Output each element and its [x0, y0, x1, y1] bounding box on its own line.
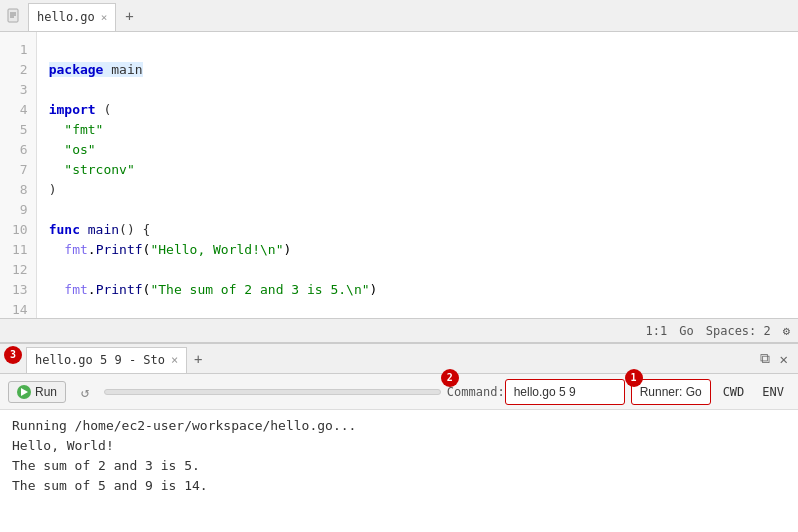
editor-tab-add[interactable]: + — [118, 5, 140, 27]
terminal-toolbar: Run ↺ 2 Command: 1 CWD ENV — [0, 374, 798, 410]
reload-button[interactable]: ↺ — [72, 379, 98, 405]
line-num-3: 3 — [12, 80, 28, 100]
terminal-tab-wrap: 3 hello.go 5 9 - Sto × — [4, 346, 187, 372]
line-num-8: 8 — [12, 180, 28, 200]
output-line-2: Hello, World! — [12, 436, 786, 456]
close-panel-icon[interactable]: ✕ — [778, 349, 790, 369]
run-button-label: Run — [35, 385, 57, 399]
editor-tab-close[interactable]: × — [101, 11, 108, 24]
command-wrap: 2 Command: — [447, 379, 625, 405]
runner-wrap: 1 — [631, 379, 711, 405]
line-num-11: 11 — [12, 240, 28, 260]
command-label: Command: — [447, 385, 505, 399]
line-num-5: 5 — [12, 120, 28, 140]
terminal-tab-badge: 3 — [4, 346, 22, 364]
terminal-tab-close[interactable]: × — [171, 353, 178, 367]
line-num-12: 12 — [12, 260, 28, 280]
command-badge: 2 — [441, 369, 459, 387]
settings-gear-icon[interactable]: ⚙ — [783, 324, 790, 338]
terminal-tab-label: hello.go 5 9 - Sto — [35, 353, 165, 367]
terminal-tab-bar: 3 hello.go 5 9 - Sto × + ⧉ ✕ — [0, 344, 798, 374]
code-content[interactable]: package main import ( "fmt" "os" "strcon… — [37, 32, 798, 318]
editor-tab[interactable]: hello.go × — [28, 3, 116, 31]
line-num-4: 4 — [12, 100, 28, 120]
terminal-output: Running /home/ec2-user/workspace/hello.g… — [0, 410, 798, 532]
line-num-6: 6 — [12, 140, 28, 160]
status-bar: 1:1 Go Spaces: 2 ⚙ — [0, 318, 798, 342]
line-num-7: 7 — [12, 160, 28, 180]
terminal-tab[interactable]: hello.go 5 9 - Sto × — [26, 347, 187, 373]
output-line-1: Running /home/ec2-user/workspace/hello.g… — [12, 416, 786, 436]
env-button[interactable]: ENV — [756, 382, 790, 402]
terminal-tab-add[interactable]: + — [187, 348, 209, 370]
editor-container: hello.go × + 1 2 3 4 5 6 7 8 9 10 11 12 … — [0, 0, 798, 342]
editor-tab-bar: hello.go × + — [0, 0, 798, 32]
runner-badge: 1 — [625, 369, 643, 387]
terminal-panel: 3 hello.go 5 9 - Sto × + ⧉ ✕ Run ↺ 2 Com… — [0, 342, 798, 532]
output-line-4: The sum of 5 and 9 is 14. — [12, 476, 786, 496]
cwd-button[interactable]: CWD — [717, 382, 751, 402]
run-play-icon — [17, 385, 31, 399]
terminal-tab-actions: ⧉ ✕ — [758, 348, 794, 369]
cursor-position: 1:1 — [646, 324, 668, 338]
command-input[interactable] — [505, 379, 625, 405]
line-numbers: 1 2 3 4 5 6 7 8 9 10 11 12 13 14 15 16 1… — [0, 32, 37, 318]
spaces-indicator: Spaces: 2 — [706, 324, 771, 338]
copy-icon[interactable]: ⧉ — [758, 348, 772, 369]
progress-bar — [104, 389, 441, 395]
line-num-9: 9 — [12, 200, 28, 220]
line-num-13: 13 — [12, 280, 28, 300]
output-line-3: The sum of 2 and 3 is 5. — [12, 456, 786, 476]
runner-input[interactable] — [631, 379, 711, 405]
editor-tab-label: hello.go — [37, 10, 95, 24]
file-icon — [4, 6, 24, 26]
line-num-1: 1 — [12, 40, 28, 60]
line-num-14: 14 — [12, 300, 28, 318]
line-num-2: 2 — [12, 60, 28, 80]
run-button[interactable]: Run — [8, 381, 66, 403]
line-num-10: 10 — [12, 220, 28, 240]
code-editor: 1 2 3 4 5 6 7 8 9 10 11 12 13 14 15 16 1… — [0, 32, 798, 318]
language-indicator: Go — [679, 324, 693, 338]
